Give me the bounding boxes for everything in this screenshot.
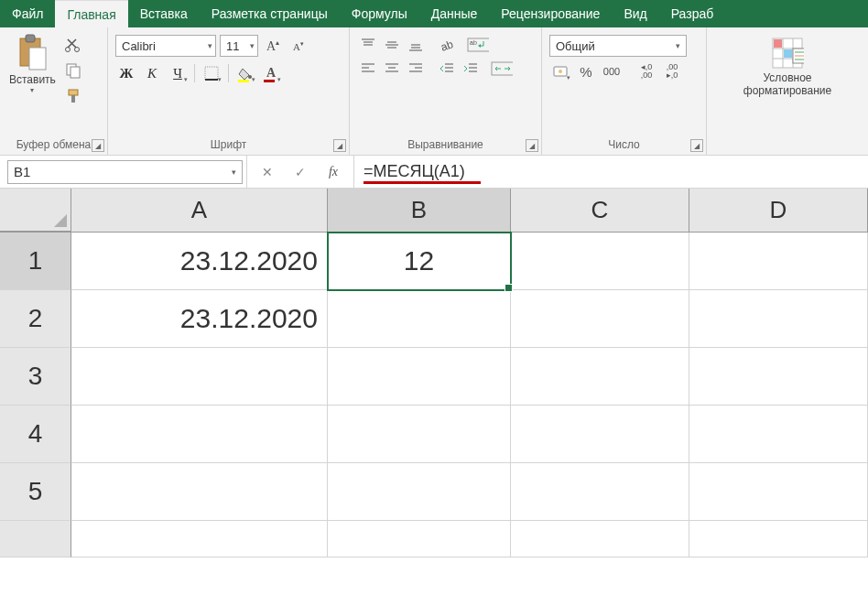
align-middle-button[interactable] <box>381 35 403 55</box>
cell-C5[interactable] <box>511 463 689 521</box>
cell-C2[interactable] <box>511 290 689 348</box>
wrap-text-button[interactable]: ab <box>467 35 489 55</box>
alignment-launcher[interactable]: ◢ <box>526 139 538 152</box>
enter-formula-button[interactable]: ✓ <box>289 161 311 183</box>
svg-rect-1 <box>26 35 35 42</box>
cell-D6[interactable] <box>689 521 868 557</box>
svg-point-41 <box>559 70 562 73</box>
row-header-1[interactable]: 1 <box>0 233 71 290</box>
cell-C3[interactable] <box>511 348 689 406</box>
menu-review[interactable]: Рецензирование <box>489 0 612 27</box>
row-header-4[interactable]: 4 <box>0 406 71 463</box>
clipboard-group-label: Буфер обмена <box>5 135 102 155</box>
currency-button[interactable] <box>549 60 571 82</box>
cell-A4[interactable] <box>71 406 328 463</box>
menu-home[interactable]: Главная <box>55 0 127 27</box>
name-box[interactable]: B1 ▾ <box>7 160 243 184</box>
decrease-decimal-button[interactable]: ,00▸,0 <box>661 60 683 82</box>
col-header-D[interactable]: D <box>689 189 868 232</box>
font-size-select[interactable]: 11▾ <box>220 35 258 57</box>
col-header-A[interactable]: A <box>71 189 328 232</box>
cell-D1[interactable] <box>689 233 868 290</box>
cell-C6[interactable] <box>511 521 689 557</box>
row-header-2[interactable]: 2 <box>0 290 71 348</box>
menu-data[interactable]: Данные <box>419 0 490 27</box>
scissors-icon <box>65 37 81 53</box>
cell-A5[interactable] <box>71 463 328 521</box>
merge-button[interactable] <box>491 59 513 79</box>
cell-A2[interactable]: 23.12.2020 <box>71 290 328 348</box>
number-format-select[interactable]: Общий ▾ <box>549 35 687 57</box>
bold-button[interactable]: Ж <box>115 62 137 84</box>
number-group-label: Число <box>548 135 700 155</box>
font-name-select[interactable]: Calibri▾ <box>115 35 216 57</box>
cell-B1[interactable]: 12 <box>328 233 511 290</box>
row-header-6[interactable] <box>0 521 71 557</box>
percent-button[interactable]: % <box>575 60 597 82</box>
insert-function-button[interactable]: fx <box>322 161 344 183</box>
font-color-button[interactable]: A <box>260 62 282 84</box>
cancel-formula-button[interactable]: ✕ <box>256 161 278 183</box>
select-all-corner[interactable] <box>0 189 71 232</box>
menu-formulas[interactable]: Формулы <box>340 0 419 27</box>
cell-A1[interactable]: 23.12.2020 <box>71 233 328 290</box>
cell-A6[interactable] <box>71 521 328 557</box>
align-bottom-button[interactable] <box>405 35 427 55</box>
col-header-C[interactable]: C <box>511 189 689 232</box>
increase-font-button[interactable]: A▴ <box>262 35 284 57</box>
cell-B2[interactable] <box>328 290 511 348</box>
cell-D3[interactable] <box>689 348 868 406</box>
cond-label-1: Условное <box>764 71 812 84</box>
paste-icon <box>15 33 49 71</box>
font-size-value: 11 <box>226 39 239 53</box>
cell-D5[interactable] <box>689 463 868 521</box>
align-right-button[interactable] <box>405 59 427 79</box>
menu-dev[interactable]: Разраб <box>659 0 726 27</box>
decrease-font-button[interactable]: A▾ <box>288 35 309 57</box>
align-top-button[interactable] <box>357 35 379 55</box>
menu-insert[interactable]: Вставка <box>128 0 200 27</box>
increase-font-icon: A▴ <box>266 38 279 54</box>
increase-decimal-button[interactable]: ◂,0,00 <box>635 60 657 82</box>
borders-button[interactable] <box>201 62 222 84</box>
format-painter-button[interactable] <box>63 86 83 106</box>
conditional-formatting-button[interactable]: Условное форматирование <box>740 35 835 99</box>
row-header-5[interactable]: 5 <box>0 463 71 521</box>
menu-view[interactable]: Вид <box>612 0 658 27</box>
copy-button[interactable] <box>63 60 83 81</box>
cell-D2[interactable] <box>689 290 868 348</box>
menu-layout[interactable]: Разметка страницы <box>200 0 340 27</box>
cell-A3[interactable] <box>71 348 328 406</box>
cell-C1[interactable] <box>511 233 689 290</box>
check-icon: ✓ <box>295 165 306 179</box>
orientation-button[interactable]: ab <box>436 35 458 55</box>
cell-B4[interactable] <box>328 406 511 463</box>
paste-button[interactable]: Вставить ▾ <box>5 31 60 96</box>
align-center-button[interactable] <box>381 59 403 79</box>
menu-file[interactable]: Файл <box>0 0 55 27</box>
comma-button[interactable]: 000 <box>601 60 623 82</box>
formula-text: =МЕСЯЦ(A1) <box>363 162 465 181</box>
col-header-B[interactable]: B <box>328 189 511 232</box>
cell-C4[interactable] <box>511 406 689 463</box>
cut-button[interactable] <box>63 35 83 55</box>
cell-B5[interactable] <box>328 463 511 521</box>
formula-input[interactable]: =МЕСЯЦ(A1) <box>354 156 868 188</box>
svg-point-3 <box>65 48 70 52</box>
fill-color-button[interactable] <box>234 62 256 84</box>
cell-D4[interactable] <box>689 406 868 463</box>
number-launcher[interactable]: ◢ <box>690 139 703 152</box>
decrease-indent-button[interactable] <box>436 59 458 79</box>
clipboard-launcher[interactable]: ◢ <box>92 139 104 152</box>
align-top-icon <box>360 38 376 52</box>
italic-button[interactable]: К <box>141 62 163 84</box>
cond-label-2: форматирование <box>743 84 831 97</box>
increase-indent-button[interactable] <box>460 59 482 79</box>
font-launcher[interactable]: ◢ <box>333 139 346 152</box>
underline-button[interactable]: Ч <box>167 62 189 84</box>
cell-B6[interactable] <box>328 521 511 557</box>
row-header-3[interactable]: 3 <box>0 348 71 406</box>
cell-B3[interactable] <box>328 348 511 406</box>
align-left-button[interactable] <box>357 59 379 79</box>
merge-icon <box>491 61 513 76</box>
